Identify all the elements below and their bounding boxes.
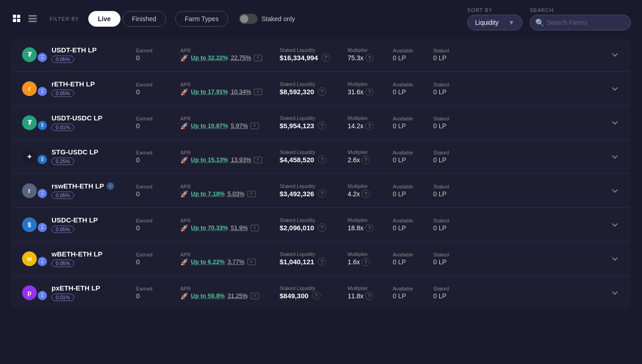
apr-up-value[interactable]: Up to 15.13% [191, 156, 228, 163]
expand-button[interactable] [610, 288, 620, 298]
apr-regular-value: 5.97% [231, 122, 248, 129]
available-value: 0 LP [393, 224, 430, 232]
multiplier-col: Multiplier 4.2x ? [348, 183, 389, 198]
question-icon[interactable]: ? [318, 257, 326, 266]
farm-badge: 0.05% [52, 192, 74, 199]
available-col: Available 0 LP [393, 116, 430, 130]
staked-only-toggle[interactable] [239, 14, 258, 24]
farm-icon-secondary: Ξ [37, 52, 48, 63]
apr-calculator-icon[interactable]: ≡ [251, 293, 259, 299]
multiplier-question-icon[interactable]: ? [365, 122, 373, 130]
search-section: SEARCH 🔍 [530, 7, 631, 30]
staked-value: 0 LP [433, 292, 470, 300]
multiplier-question-icon[interactable]: ? [361, 190, 370, 198]
apr-calculator-icon[interactable]: ≡ [247, 259, 256, 265]
table-row[interactable]: ₮ Ξ USDT-ETH LP 0.05% Earned 0 APR 🚀 Up … [11, 38, 631, 72]
expand-button[interactable] [610, 254, 620, 264]
expand-button[interactable] [610, 152, 620, 162]
multiplier-question-icon[interactable]: ? [361, 156, 370, 164]
apr-up-value[interactable]: Up to 6.22% [191, 258, 225, 265]
apr-up-value[interactable]: Up to 70.33% [191, 224, 228, 231]
expand-button[interactable] [610, 84, 620, 94]
multiplier-label: Multiplier [348, 47, 389, 53]
apr-calculator-icon[interactable]: ≡ [254, 157, 262, 163]
farm-icons: $ Ξ [22, 216, 48, 233]
staked-liq-label: Staked Liquidity [280, 149, 344, 155]
available-label: Available [393, 184, 430, 189]
expand-button[interactable] [610, 50, 620, 60]
multiplier-question-icon[interactable]: ? [365, 224, 373, 232]
apr-up-value[interactable]: Up to 17.91% [191, 88, 228, 95]
question-icon[interactable]: ? [318, 223, 326, 232]
farm-icon-secondary: Ξ [37, 222, 48, 233]
apr-calculator-icon[interactable]: ≡ [251, 225, 259, 231]
question-icon[interactable]: ? [312, 291, 321, 300]
farm-icon-secondary: Ξ [37, 188, 48, 199]
farm-badge: 0.05% [52, 260, 74, 267]
table-row[interactable]: $ Ξ USDC-ETH LP 0.05% Earned 0 APR 🚀 Up … [11, 208, 631, 242]
apr-col: APR 🚀 Up to 70.33% 51.9% ≡ [180, 218, 272, 232]
apr-up-value[interactable]: Up to 59.8% [191, 292, 225, 299]
farm-icon-main: ✦ [22, 149, 37, 164]
expand-button[interactable] [610, 186, 620, 196]
available-value: 0 LP [393, 88, 430, 96]
earned-col: Earned 0 [136, 48, 173, 62]
apr-col: APR 🚀 Up to 7.18% 5.03% ≡ [180, 184, 272, 198]
apr-calculator-icon[interactable]: ≡ [251, 123, 259, 129]
apr-label: APR [180, 116, 272, 121]
apr-up-value[interactable]: Up to 32.22% [191, 54, 228, 61]
table-row[interactable]: w Ξ wBETH-ETH LP 0.05% Earned 0 APR 🚀 Up… [11, 242, 631, 276]
apr-regular-value: 13.93% [231, 156, 251, 163]
farm-icons: w Ξ [22, 250, 48, 267]
apr-col: APR 🚀 Up to 59.8% 31.25% ≡ [180, 286, 272, 300]
farm-types-button[interactable]: Farm Types [175, 11, 229, 27]
earned-value: 0 [136, 156, 173, 164]
apr-calculator-icon[interactable]: ≡ [254, 89, 262, 95]
apr-label: APR [180, 252, 272, 257]
farm-name-col: STG-USDC LP 0.25% [52, 148, 125, 165]
available-value: 0 LP [393, 54, 430, 62]
staked-value: 0 LP [433, 88, 470, 96]
grid-view-button[interactable] [11, 13, 23, 25]
multiplier-label: Multiplier [348, 149, 389, 155]
multiplier-question-icon[interactable]: ? [361, 258, 370, 266]
available-label: Available [393, 116, 430, 121]
farm-badge: 0.01% [52, 294, 74, 301]
search-input[interactable] [530, 15, 631, 30]
multiplier-question-icon[interactable]: ? [365, 88, 373, 96]
apr-calculator-icon[interactable]: ≡ [254, 55, 262, 61]
apr-calculator-icon[interactable]: ≡ [247, 191, 256, 197]
multiplier-label: Multiplier [348, 217, 389, 223]
multiplier-question-icon[interactable]: ? [365, 54, 373, 62]
staked-label: Staked [433, 150, 470, 155]
question-icon[interactable]: ? [321, 53, 330, 62]
staked-label: Staked [433, 218, 470, 223]
farm-icon-main: ₮ [22, 115, 37, 130]
multiplier-col: Multiplier 31.6x ? [348, 81, 389, 96]
apr-up-value[interactable]: Up to 7.18% [191, 190, 225, 197]
farm-name: rETH-ETH LP [52, 80, 95, 88]
finished-filter-button[interactable]: Finished [122, 11, 166, 27]
table-row[interactable]: r Ξ rETH-ETH LP 0.05% Earned 0 APR 🚀 Up … [11, 72, 631, 106]
table-row[interactable]: r Ξ rswETH-ETH LP i 0.05% Earned 0 APR 🚀… [11, 174, 631, 208]
question-icon[interactable]: ? [318, 87, 326, 96]
multiplier-value: 11.8x ? [348, 292, 389, 300]
expand-button[interactable] [610, 118, 620, 128]
table-row[interactable]: p Ξ pxETH-ETH LP 0.01% Earned 0 APR 🚀 Up… [11, 276, 631, 309]
staked-label: Staked [433, 184, 470, 189]
sort-dropdown[interactable]: Liquidity ▼ [467, 15, 522, 30]
table-row[interactable]: ✦ $ STG-USDC LP 0.25% Earned 0 APR 🚀 Up … [11, 140, 631, 174]
staked-col: Staked 0 LP [433, 286, 470, 300]
live-filter-button[interactable]: Live [88, 11, 120, 27]
question-icon[interactable]: ? [318, 121, 326, 130]
apr-values: 🚀 Up to 17.91% 10.34% ≡ [180, 88, 272, 96]
question-icon[interactable]: ? [318, 189, 326, 198]
question-icon[interactable]: ? [318, 155, 326, 164]
expand-button[interactable] [610, 220, 620, 230]
apr-up-value[interactable]: Up to 10.87% [191, 122, 228, 129]
farm-badge: 0.05% [52, 90, 74, 97]
table-row[interactable]: ₮ $ USDT-USDC LP 0.01% Earned 0 APR 🚀 Up… [11, 106, 631, 140]
list-view-button[interactable] [27, 13, 39, 25]
available-col: Available 0 LP [393, 218, 430, 232]
multiplier-question-icon[interactable]: ? [365, 292, 373, 300]
